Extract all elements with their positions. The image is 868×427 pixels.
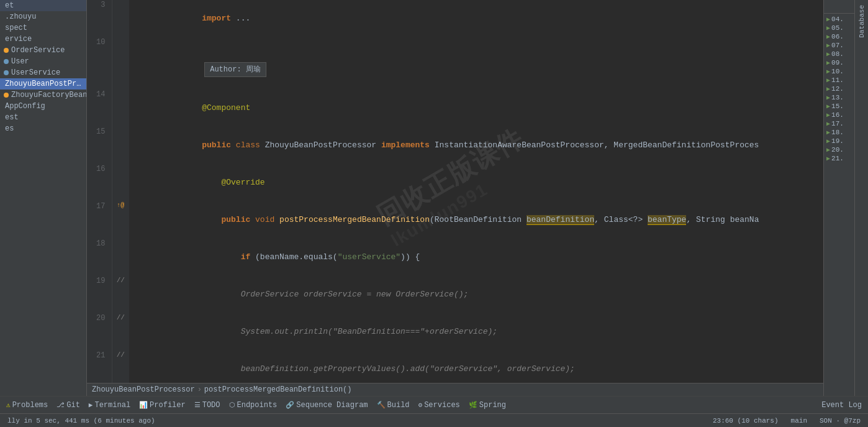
code-content[interactable]: 回收正版课件 lkumlun991 3 import ... 10 xyxy=(87,0,823,383)
sidebar-item-zhouyufactorybean[interactable]: ZhouyuFactoryBean xyxy=(0,90,86,101)
run-item-04[interactable]: ▶ 04. xyxy=(824,15,854,24)
run-item-05[interactable]: ▶ 05. xyxy=(824,24,854,32)
line-number: 14 xyxy=(87,90,112,127)
run-item-20[interactable]: ▶ 20. xyxy=(824,145,854,154)
line-code[interactable] xyxy=(129,37,823,50)
run-item-09[interactable]: ▶ 09. xyxy=(824,58,854,67)
run-item-21[interactable]: ▶ 21. xyxy=(824,154,854,163)
sidebar-item-est[interactable]: est xyxy=(0,112,86,123)
line-gutter xyxy=(112,164,129,201)
toolbar-git-label: Git xyxy=(66,401,80,410)
code-line-21: 21 // beanDefinition.getPropertyValues()… xyxy=(87,351,823,383)
sidebar-item-es[interactable]: es xyxy=(0,123,86,134)
database-tab[interactable]: Database xyxy=(857,2,867,40)
sidebar-item-zhouyubeanpost[interactable]: ZhouyuBeanPostProce xyxy=(0,78,86,90)
sidebar-item-spect[interactable]: spect xyxy=(0,22,86,34)
toolbar-build[interactable]: 🔨 Build xyxy=(373,400,414,411)
toolbar-profiler-label: Profiler xyxy=(150,401,186,410)
code-editor: 回收正版课件 lkumlun991 3 import ... 10 xyxy=(87,0,823,396)
string-userservice: "userService" xyxy=(338,252,400,262)
line-code[interactable]: public class ZhouyuBeanPostProcessor imp… xyxy=(129,127,823,164)
run-item-06[interactable]: ▶ 06. xyxy=(824,32,854,41)
run-item-16[interactable]: ▶ 16. xyxy=(824,111,854,119)
toolbar-todo[interactable]: ☰ TODO xyxy=(191,400,224,411)
warning-icon: ⚠ xyxy=(6,401,11,409)
run-item-10[interactable]: ▶ 10. xyxy=(824,67,854,76)
toolbar-spring-label: Spring xyxy=(479,401,506,410)
annotation-override: @Override xyxy=(221,178,264,187)
toolbar-endpoints[interactable]: ⬡ Endpoints xyxy=(225,400,281,411)
run-item-17[interactable]: ▶ 17. xyxy=(824,119,854,128)
status-encoding[interactable]: SON · @7zp xyxy=(817,417,863,425)
endpoints-icon: ⬡ xyxy=(229,401,235,409)
run-item-19[interactable]: ▶ 19. xyxy=(824,137,854,145)
git-icon: ⎇ xyxy=(57,401,65,409)
line-code[interactable]: System.out.println("BeanDefinition==="+o… xyxy=(129,313,823,351)
line-number: 19 xyxy=(87,276,112,313)
toolbar-problems[interactable]: ⚠ Problems xyxy=(2,400,52,411)
sidebar-item-et[interactable]: et xyxy=(0,0,86,11)
class-icon-orange xyxy=(4,48,9,53)
toolbar-eventlog[interactable]: Event Log xyxy=(818,400,866,411)
run-item-18[interactable]: ▶ 18. xyxy=(824,128,854,137)
sidebar-label: ZhouyuFactoryBean xyxy=(11,91,87,99)
build-icon: 🔨 xyxy=(377,401,386,409)
line-gutter xyxy=(112,0,129,37)
sidebar-item-userservice[interactable]: UserService xyxy=(0,67,86,78)
run-label: 09. xyxy=(831,59,844,67)
breadcrumb-method[interactable]: postProcessMergedBeanDefinition() xyxy=(204,385,352,394)
sidebar-item-zhouyu[interactable]: .zhouyu xyxy=(0,11,86,22)
run-item-11[interactable]: ▶ 11. xyxy=(824,76,854,85)
sidebar-item-service[interactable]: ervice xyxy=(0,34,86,45)
line-code[interactable]: @Component xyxy=(129,90,823,127)
line-code[interactable]: import ... xyxy=(129,0,823,37)
kw-public2: public xyxy=(221,215,250,224)
run-label: 19. xyxy=(831,137,844,145)
line-code[interactable]: if (beanName.equals("userService")) { xyxy=(129,239,823,276)
run-arrow: ▶ xyxy=(826,16,830,23)
run-arrow14: ▶ xyxy=(826,129,830,136)
kw-implements: implements xyxy=(381,140,430,150)
toolbar-services[interactable]: ⚙ Services xyxy=(415,400,464,411)
param-beandefinition: beanDefinition xyxy=(527,215,594,225)
kw-void: void xyxy=(255,215,274,224)
toolbar-sequence[interactable]: 🔗 Sequence Diagram xyxy=(282,400,371,411)
sidebar-item-appconfig[interactable]: AppConfig xyxy=(0,101,86,112)
line-code[interactable]: public void postProcessMergedBeanDefinit… xyxy=(129,201,823,239)
run-arrow17: ▶ xyxy=(826,155,830,162)
run-label: 16. xyxy=(831,111,844,119)
status-branch[interactable]: main xyxy=(789,417,810,425)
toolbar-todo-label: TODO xyxy=(202,401,220,410)
kw-if: if xyxy=(241,252,251,262)
breadcrumb-class[interactable]: ZhouyuBeanPostProcessor xyxy=(92,385,195,394)
toolbar-profiler[interactable]: 📊 Profiler xyxy=(135,400,189,411)
run-item-13[interactable]: ▶ 13. xyxy=(824,93,854,102)
line-number: 18 xyxy=(87,239,112,276)
line-number: 16 xyxy=(87,164,112,201)
toolbar-spring[interactable]: 🌿 Spring xyxy=(465,400,510,411)
line-code[interactable]: @Override xyxy=(129,164,823,201)
annotation-component: @Component xyxy=(202,103,250,112)
toolbar-git[interactable]: ⎇ Git xyxy=(53,400,84,411)
line-code[interactable]: beanDefinition.getPropertyValues().add("… xyxy=(129,351,823,383)
toolbar-terminal[interactable]: ▶ Terminal xyxy=(85,400,134,411)
run-item-08[interactable]: ▶ 08. xyxy=(824,50,854,58)
run-arrow15: ▶ xyxy=(826,137,830,145)
sidebar-item-orderservice[interactable]: OrderService xyxy=(0,45,86,56)
author-row: Author: 周瑜 xyxy=(87,50,823,90)
run-label: 06. xyxy=(831,33,844,40)
line-gutter xyxy=(112,239,129,276)
class-icon-blue2 xyxy=(4,70,9,75)
run-item-07[interactable]: ▶ 07. xyxy=(824,41,854,50)
run-label: 11. xyxy=(831,76,844,84)
code-line-16: 16 @Override xyxy=(87,164,823,201)
status-position[interactable]: 23:60 (10 chars) xyxy=(710,417,781,425)
sidebar-item-user[interactable]: User xyxy=(0,56,86,67)
line-gutter xyxy=(112,127,129,164)
run-item-15[interactable]: ▶ 15. xyxy=(824,102,854,111)
run-item-12[interactable]: ▶ 12. xyxy=(824,85,854,93)
line-number: 21 xyxy=(87,351,112,383)
line-code[interactable]: OrderService orderService = new OrderSer… xyxy=(129,276,823,313)
status-build-info[interactable]: lly in 5 sec, 441 ms (6 minutes ago) xyxy=(5,417,158,425)
run-label: 13. xyxy=(831,94,844,101)
